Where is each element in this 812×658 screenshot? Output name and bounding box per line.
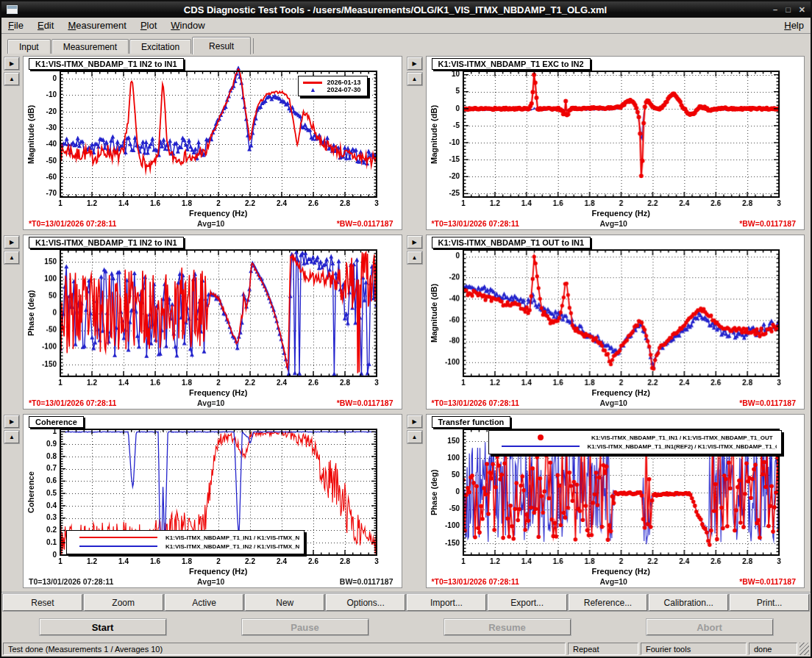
plot-canvas[interactable] (24, 235, 402, 408)
plot-footer: *T0=13/01/2026 07:28:11 Avg=10 *BW=0.011… (29, 398, 393, 407)
maximize-icon[interactable]: □ (786, 6, 791, 14)
reference-button[interactable]: Reference... (569, 594, 648, 611)
plot-canvas[interactable] (427, 235, 805, 408)
pause-button[interactable]: Pause (242, 619, 368, 635)
y-axis-label: Magnitude (dB) (429, 71, 440, 198)
bw-label: *BW=0.0117187 (661, 398, 796, 407)
arrow-right-icon: ▶ (10, 60, 14, 67)
legend-entry: 2026-01-13 (303, 79, 360, 86)
plot-title: K1:VIS-ITMX_NBDAMP_T1 IN2 to IN1 (29, 58, 184, 70)
tab-divider (253, 38, 254, 54)
status-message: Test done (Measurements 1 / Averages 10) (3, 643, 566, 655)
plot-footer: *T0=13/01/2026 07:28:11 Avg=10 *BW=0.011… (29, 219, 393, 228)
tab-excitation[interactable]: Excitation (129, 39, 191, 54)
resize-grip[interactable] (799, 643, 809, 655)
legend-label: 2024-07-30 (327, 86, 360, 93)
plot-canvas[interactable] (24, 415, 402, 587)
pane-next-button[interactable]: ▶ (4, 57, 19, 70)
abort-button[interactable]: Abort (647, 619, 773, 635)
x-axis-label: Frequency (Hz) (463, 209, 780, 218)
plot-pane-exc-to-in2-magnitude: K1:VIS-ITMX_NBDAMP_T1 EXC to IN2 Magnitu… (426, 56, 805, 230)
active-button[interactable]: Active (165, 594, 244, 611)
menu-help[interactable]: Help (784, 20, 804, 31)
export-button[interactable]: Export... (488, 594, 567, 611)
pane-up-button[interactable]: ▲ (4, 431, 19, 443)
plot-pane-out-to-in1-magnitude: K1:VIS-ITMX_NBDAMP_T1 OUT to IN1 Magnitu… (426, 235, 805, 409)
resume-button[interactable]: Resume (444, 619, 571, 635)
pane-next-button[interactable]: ▶ (407, 57, 422, 70)
arrow-up-icon: ▲ (412, 76, 418, 82)
legend-label: K1:VIS-ITMX_NBDAMP_T1_IN1 / K1:VIS-ITMX_… (165, 534, 299, 541)
plot-legend: 2026-01-13 ▲ 2024-07-30 (298, 76, 367, 96)
pane-next-button[interactable]: ▶ (4, 415, 19, 428)
zoom-button[interactable]: Zoom (84, 594, 163, 611)
plot-title: K1:VIS-ITMX_NBDAMP_T1 OUT to IN1 (432, 237, 591, 248)
menu-window[interactable]: Window (171, 20, 204, 31)
red-dot-swatch (494, 435, 588, 440)
bw-label: *BW=0.0117187 (661, 219, 796, 228)
window-title: CDS Diagnostic Test Tools - /users/Measu… (18, 4, 773, 15)
pane-up-button[interactable]: ▲ (407, 251, 422, 264)
calibration-button[interactable]: Calibration... (649, 594, 728, 611)
menu-measurement[interactable]: Measurement (68, 20, 127, 31)
plot-title: K1:VIS-ITMX_NBDAMP_T1 IN2 to IN1 (29, 237, 184, 248)
print-button[interactable]: Print... (730, 594, 809, 611)
legend-entry: K1:VIS-ITMX_NBDAMP_T1_IN1 / K1:VIS-ITMX_… (494, 435, 777, 441)
pane-next-button[interactable]: ▶ (407, 236, 422, 248)
arrow-up-icon: ▲ (9, 76, 15, 82)
menu-bar: File Edit Measurement Plot Window Help (1, 18, 811, 34)
pane-up-button[interactable]: ▲ (4, 73, 19, 85)
new-button[interactable]: New (245, 594, 324, 611)
plot-legend: K1:VIS-ITMX_NBDAMP_T1_IN1 / K1:VIS-ITMX_… (66, 530, 304, 554)
menu-file[interactable]: File (8, 20, 24, 31)
pane-up-button[interactable]: ▲ (407, 73, 422, 85)
plot-title: Coherence (29, 416, 84, 428)
avg-label: Avg=10 (163, 398, 259, 407)
x-axis-label: Frequency (Hz) (60, 567, 377, 576)
legend-label: K1:VIS-ITMX_NBDAMP_T1_IN1(REF2) / K1:VIS… (588, 443, 777, 450)
arrow-right-icon: ▶ (412, 418, 416, 425)
window-icon (7, 5, 18, 14)
tab-input[interactable]: Input (7, 39, 51, 54)
menu-plot[interactable]: Plot (140, 20, 157, 31)
plot-pane-transfer-function: Transfer function Phase (deg) Frequency … (426, 414, 805, 588)
legend-entry: K1:VIS-ITMX_NBDAMP_T1_IN1(REF2) / K1:VIS… (494, 443, 777, 450)
blue-line-swatch (71, 546, 165, 547)
plot-grid: ▶ ▲ K1:VIS-ITMX_NBDAMP_T1 IN2 to IN1 Mag… (1, 54, 811, 592)
plot-canvas[interactable] (427, 57, 805, 229)
arrow-right-icon: ▶ (10, 239, 14, 246)
pane-up-button[interactable]: ▲ (4, 251, 19, 264)
plot-footer: T0=13/01/2026 07:28:11 Avg=10 BW=0.01171… (29, 577, 393, 586)
pane-next-button[interactable]: ▶ (407, 415, 422, 428)
y-axis-label: Phase (deg) (429, 429, 440, 556)
minimize-icon[interactable]: – (773, 6, 777, 14)
plot-pane-in2-to-in1-phase: K1:VIS-ITMX_NBDAMP_T1 IN2 to IN1 Phase (… (23, 235, 402, 409)
y-axis-label: Phase (deg) (26, 250, 37, 376)
x-axis-label: Frequency (Hz) (463, 567, 780, 576)
app-window: CDS Diagnostic Test Tools - /users/Measu… (0, 0, 812, 658)
pane-next-button[interactable]: ▶ (4, 236, 19, 248)
plot-footer: *T0=13/01/2026 07:28:11 Avg=10 *BW=0.011… (432, 577, 797, 586)
tab-result[interactable]: Result (192, 37, 251, 54)
menu-edit[interactable]: Edit (38, 20, 54, 31)
t0-label: *T0=13/01/2026 07:28:11 (29, 398, 163, 407)
plot-toolbar: Reset Zoom Active New Options... Import.… (1, 592, 811, 612)
import-button[interactable]: Import... (407, 594, 486, 611)
status-done: done (749, 643, 797, 655)
reset-button[interactable]: Reset (3, 594, 82, 611)
legend-entry: ▲ 2024-07-30 (303, 86, 360, 93)
close-icon[interactable]: ✕ (799, 6, 805, 14)
options-button[interactable]: Options... (326, 594, 405, 611)
x-axis-label: Frequency (Hz) (60, 209, 377, 218)
tab-measurement[interactable]: Measurement (51, 39, 129, 54)
legend-label: 2026-01-13 (327, 79, 360, 86)
bw-label: *BW=0.0117187 (661, 577, 796, 586)
measurement-controls: Start Pause Resume Abort (1, 612, 811, 642)
plot-legend: K1:VIS-ITMX_NBDAMP_T1_IN1 / K1:VIS-ITMX_… (488, 430, 783, 454)
pane-up-button[interactable]: ▲ (407, 431, 422, 443)
t0-label: *T0=13/01/2026 07:28:11 (432, 577, 566, 586)
title-bar[interactable]: CDS Diagnostic Test Tools - /users/Measu… (1, 1, 811, 18)
plot-footer: *T0=13/01/2026 07:28:11 Avg=10 *BW=0.011… (432, 219, 797, 228)
start-button[interactable]: Start (40, 619, 166, 635)
y-axis-label: Magnitude (dB) (429, 250, 440, 376)
